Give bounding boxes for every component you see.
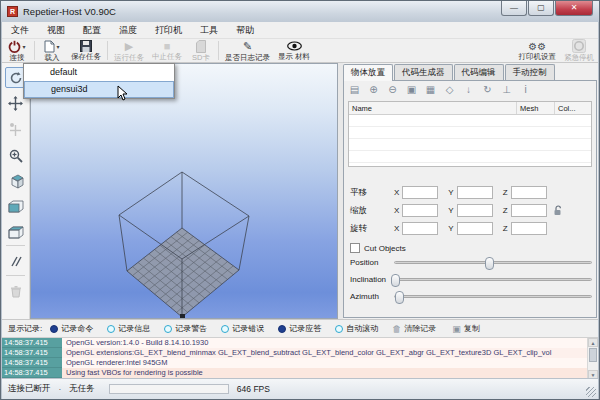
toggle-info[interactable]: 记录信息 [107,323,150,334]
play-icon: ▶ [125,40,133,53]
inclination-slider[interactable] [394,278,592,281]
menu-config[interactable]: 配置 [74,22,110,38]
right-panel-tabs: 物体放置 代码生成器 代码编辑 手动控制 [343,64,556,80]
tab-gcode-editor[interactable]: 代码编辑 [454,64,504,80]
menu-view[interactable]: 视图 [38,22,74,38]
menu-temperature[interactable]: 温度 [110,22,146,38]
view-toolbar [2,63,30,319]
toggle-log-button[interactable]: ✎ 是否日志记录 [221,39,274,62]
scroll-up-icon[interactable]: ▲ [588,338,598,347]
resize-grip[interactable] [586,387,596,397]
isometric-view-button[interactable] [5,171,26,192]
zoom-button[interactable] [5,145,26,166]
copy-object-icon[interactable]: ▣ [405,84,418,95]
object-list[interactable]: Name Mesh Col... [348,101,592,167]
pencil-icon: ✎ [243,40,252,53]
toggle-errors[interactable]: 记录错误 [221,323,264,334]
axis-x-label: X [394,188,399,197]
window-title: Repetier-Host V0.90C [23,6,116,17]
object-info-icon[interactable]: i [519,84,532,95]
log-toolbar: 显示记录: 记录命令 记录信息 记录警告 记录错误 记录应答 自动滚动 🗑︎清除… [2,319,598,337]
toggle-autoscroll[interactable]: 自动滚动 [335,323,378,334]
inclination-label: Inclination [350,275,394,284]
azimuth-slider[interactable] [394,295,592,298]
menu-help[interactable]: 帮助 [227,22,263,38]
log-row: 14:58:37.415 OpenGL extensions:GL_EXT_bl… [2,348,598,358]
copy-log-button[interactable]: ▣复制 [452,323,480,334]
maximize-button[interactable]: ▢ [528,1,554,16]
export-icon[interactable]: ▤ [348,84,361,95]
column-mesh: Mesh [517,102,555,114]
minimize-button[interactable]: — [501,1,527,16]
axis-y-label: Y [448,188,453,197]
status-bar: 连接已断开 · 无任务 646 FPS [2,378,598,399]
dropdown-item-gensui3d[interactable]: gensui3d [24,81,174,98]
object-list-row [349,139,591,151]
add-object-icon[interactable]: ⊕ [367,84,380,95]
front-view-button[interactable] [5,197,26,218]
autoposition-icon[interactable]: ↻ [481,84,494,95]
task-status: 无任务 [69,383,95,395]
close-button[interactable]: ✕ [555,1,593,16]
translate-z-input[interactable] [511,186,547,199]
lay-flat-icon[interactable]: ⊥ [500,84,513,95]
cut-objects-row: Cut Objects [350,243,406,253]
viewport-3d[interactable] [30,63,338,319]
load-dropdown-arrow[interactable]: ▾ [56,43,59,50]
multiply-object-icon[interactable]: ▦ [424,84,437,95]
dropdown-item-default[interactable]: default [24,64,174,81]
rotate-y-input[interactable] [457,222,493,235]
scroll-thumb[interactable] [589,348,597,362]
toggle-ack[interactable]: 记录应答 [278,323,321,334]
parallel-projection-button[interactable] [5,251,26,272]
axis-y-label: Y [448,206,453,215]
log-timestamp: 14:58:37.415 [2,368,62,378]
tab-slicer[interactable]: 代码生成器 [394,64,453,80]
top-view-button[interactable] [5,223,26,244]
translate-x-input[interactable] [402,186,438,199]
scale-lock-icon[interactable] [553,205,563,216]
log-scrollbar[interactable]: ▲ ▼ [587,338,598,378]
connect-button[interactable]: ▾ 连接 [2,39,32,62]
clear-log-button[interactable]: 🗑︎清除记录 [392,323,436,334]
position-slider[interactable] [394,261,592,264]
show-filament-button[interactable]: 显示 材料 [274,39,314,62]
tab-manual-control[interactable]: 手动控制 [505,64,555,80]
object-list-row [349,127,591,139]
right-panel: 物体放置 代码生成器 代码编辑 手动控制 ▤ ⊕ ⊖ ▣ ▦ ◇ ↓ ↻ ⊥ i [343,63,598,319]
rotate-x-input[interactable] [402,222,438,235]
rotate-z-input[interactable] [511,222,547,235]
toggle-commands[interactable]: 记录命令 [50,323,93,334]
object-list-header: Name Mesh Col... [349,102,591,115]
menu-printer[interactable]: 打印机 [146,22,191,38]
translate-label: 平移 [350,187,384,199]
cut-objects-checkbox[interactable] [350,243,360,253]
log-row: 14:58:37.415 OpenGL renderer:Intel 945GM [2,358,598,368]
errors-toggle-icon [221,325,229,333]
remove-object-icon[interactable]: ⊖ [386,84,399,95]
log-message: OpenGL extensions:GL_EXT_blend_minmax GL… [62,348,598,358]
object-toolbar: ▤ ⊕ ⊖ ▣ ▦ ◇ ↓ ↻ ⊥ i [348,84,532,95]
menu-file[interactable]: 文件 [2,22,38,38]
center-object-icon[interactable]: ◇ [443,84,456,95]
connect-dropdown-arrow[interactable]: ▾ [22,43,25,50]
drop-object-icon[interactable]: ↓ [462,84,475,95]
floppy-icon [80,40,92,52]
cut-objects-label: Cut Objects [364,244,406,253]
tab-object-placement[interactable]: 物体放置 [343,64,393,81]
axis-z-label: Z [503,188,508,197]
translate-y-input[interactable] [457,186,493,199]
menu-tools[interactable]: 工具 [191,22,227,38]
scale-y-input[interactable] [457,204,493,217]
toggle-warnings[interactable]: 记录警告 [164,323,207,334]
printer-settings-button[interactable]: ⚙⚙ 打印机设置 [515,39,561,62]
scroll-down-icon[interactable]: ▼ [588,370,598,378]
load-button[interactable]: ▾ 载入 [37,39,67,62]
emergency-stop-button: 紧急停机 [560,39,598,62]
axis-y-label: Y [448,224,453,233]
trash-icon: 🗑︎ [392,324,401,334]
log-output[interactable]: 14:58:37.415 OpenGL version:1.4.0 - Buil… [2,337,598,378]
save-job-button[interactable]: 保存任务 [67,39,105,62]
scale-x-input[interactable] [402,204,438,217]
scale-z-input[interactable] [511,204,547,217]
